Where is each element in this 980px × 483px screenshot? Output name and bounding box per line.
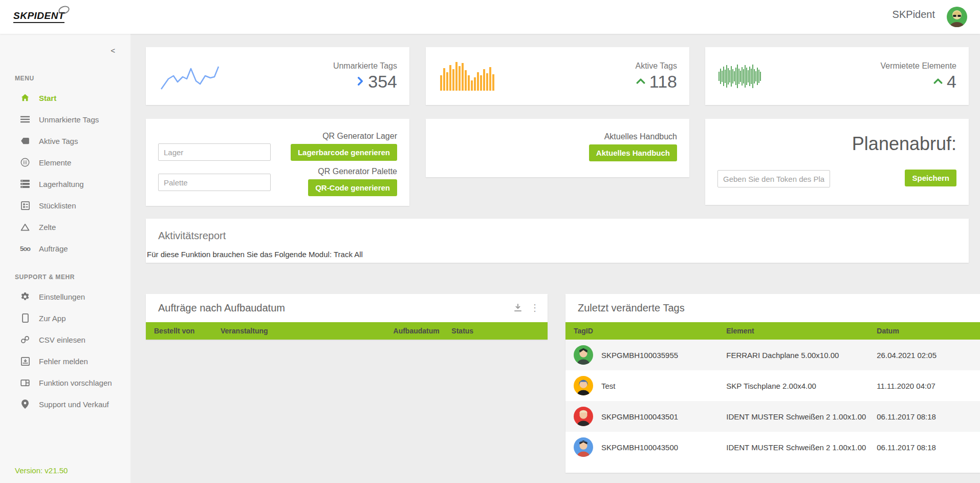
qr-generator-card: QR Generator Lager Lagerbarcode generier…	[146, 119, 409, 206]
waveform-chart	[718, 61, 761, 92]
stat-label: Aktive Tags	[635, 61, 677, 70]
handbuch-label: Aktuelles Handbuch	[604, 132, 677, 141]
orders-panel-title: Aufträge nach Aufbaudatum	[158, 302, 285, 314]
aktivitaetsreport-title: Aktivitätsreport	[158, 230, 226, 242]
stat-card-aktive-tags: Aktive Tags 118	[426, 47, 689, 105]
gear-icon	[19, 291, 31, 302]
planenabruf-title: Planenabruf:	[852, 133, 956, 155]
table-row[interactable]: SKPGMBH100035955 FERRARI Dachplane 5.00x…	[565, 340, 980, 370]
sidebar: < MENU Start Unmarkierte Tags Aktive Tag…	[0, 34, 131, 483]
orders-table-header: Bestellt von Veranstaltung Aufbaudatum S…	[146, 322, 548, 340]
sidebar-item-start[interactable]: Start	[0, 87, 130, 109]
tent-icon	[19, 222, 31, 232]
avatar	[574, 437, 593, 457]
chevron-up-icon	[933, 78, 943, 85]
topbar: SKPIDENT SKPident	[0, 0, 980, 34]
stat-value: 118	[649, 71, 677, 91]
inbox-icon	[19, 356, 31, 366]
storage-icon	[19, 179, 31, 189]
handbuch-button[interactable]: Aktuelles Handbuch	[589, 144, 677, 161]
kebab-menu-icon[interactable]: ⋮	[530, 303, 539, 313]
orders-panel: Aufträge nach Aufbaudatum ⋮ Bestellt von…	[146, 294, 548, 340]
home-icon	[19, 93, 31, 103]
phone-icon	[19, 313, 31, 323]
bar-chart	[440, 62, 494, 91]
main-content: Unmarkierte Tags 354 Aktive Tags 118 Ver…	[131, 34, 980, 483]
qr-palette-label: QR Generator Palette	[318, 167, 397, 176]
chevron-up-icon	[636, 78, 645, 85]
nav-section-support: SUPPORT & MEHR	[0, 274, 130, 286]
stat-card-vermietete-elemente: Vermietete Elemente 4	[705, 47, 969, 105]
avatar	[574, 407, 593, 426]
sidebar-item-elemente[interactable]: Elemente	[0, 152, 130, 173]
stat-value: 354	[368, 71, 397, 91]
table-row[interactable]: Test SKP Tischplane 2.00x4.00 11.11.2020…	[565, 370, 980, 401]
palette-input[interactable]	[158, 174, 271, 191]
aktivitaetsreport-note: Für diese Funktion brauchen Sie das Folg…	[147, 250, 363, 259]
orders-icon: 5oo	[19, 243, 31, 254]
sidebar-item-fehler-melden[interactable]: Fehler melden	[0, 350, 130, 372]
token-input[interactable]	[717, 170, 830, 187]
app-logo: SKPIDENT	[13, 10, 64, 23]
user-avatar[interactable]	[947, 7, 967, 27]
tags-panel-title: Zuletzt veränderte Tags	[578, 302, 685, 314]
stat-label: Unmarkierte Tags	[333, 61, 397, 70]
version-label: Version: v21.50	[15, 466, 68, 475]
sidebar-item-aktive-tags[interactable]: Aktive Tags	[0, 130, 130, 152]
sidebar-item-zelte[interactable]: Zelte	[0, 216, 130, 238]
stat-label: Vermietete Elemente	[880, 61, 956, 70]
sidebar-item-auftraege[interactable]: 5oo Aufträge	[0, 238, 130, 259]
pin-icon	[19, 399, 31, 409]
list-icon	[19, 114, 31, 124]
stat-value: 4	[947, 71, 956, 91]
layout-icon	[19, 377, 31, 388]
tags-panel: Zuletzt veränderte Tags TagID Element Da…	[565, 294, 980, 473]
download-icon[interactable]	[513, 303, 523, 313]
avatar	[574, 345, 593, 365]
speichern-button[interactable]: Speichern	[905, 170, 956, 186]
sidebar-item-lagerhaltung[interactable]: Lagerhaltung	[0, 173, 130, 195]
stat-card-unmarkierte-tags: Unmarkierte Tags 354	[146, 47, 409, 105]
parts-list-icon	[19, 200, 31, 211]
handbuch-card: Aktuelles Handbuch Aktuelles Handbuch	[426, 119, 689, 177]
lager-input[interactable]	[158, 143, 271, 161]
sidebar-item-support-und-verkauf[interactable]: Support und Verkauf	[0, 393, 130, 415]
generate-lager-barcode-button[interactable]: Lagerbarcode generieren	[291, 144, 397, 161]
aktivitaetsreport-card: Aktivitätsreport Für diese Funktion brau…	[146, 219, 969, 263]
tag-icon	[19, 136, 31, 146]
sidebar-item-stuecklisten[interactable]: Stücklisten	[0, 195, 130, 216]
chevron-right-icon	[357, 77, 364, 86]
sidebar-item-einstellungen[interactable]: Einstellungen	[0, 286, 130, 307]
nav-section-menu: MENU	[0, 75, 130, 87]
sidebar-item-unmarkierte-tags[interactable]: Unmarkierte Tags	[0, 109, 130, 130]
qr-lager-label: QR Generator Lager	[322, 132, 397, 141]
sidebar-collapse-button[interactable]: <	[111, 46, 115, 55]
sidebar-item-csv-einlesen[interactable]: CSV einlesen	[0, 329, 130, 350]
sparkline-chart	[160, 61, 221, 91]
link-icon	[19, 334, 31, 345]
tags-table-header: TagID Element Datum	[565, 322, 980, 340]
sidebar-item-zur-app[interactable]: Zur App	[0, 307, 130, 329]
planenabruf-card: Planenabruf: Speichern	[705, 119, 969, 205]
avatar	[574, 376, 593, 395]
grid-circle-icon	[19, 157, 31, 167]
table-row[interactable]: SKPGMBH100043500 IDENT MUSTER Schweißen …	[565, 432, 980, 463]
account-name: SKPident	[892, 9, 935, 20]
avatar-person-icon	[947, 7, 967, 27]
table-row[interactable]: SKPGMBH100043501 IDENT MUSTER Schweißen …	[565, 401, 980, 432]
sidebar-item-funktion-vorschlagen[interactable]: Funktion vorschlagen	[0, 372, 130, 393]
generate-qr-code-button[interactable]: QR-Code generieren	[308, 179, 397, 196]
